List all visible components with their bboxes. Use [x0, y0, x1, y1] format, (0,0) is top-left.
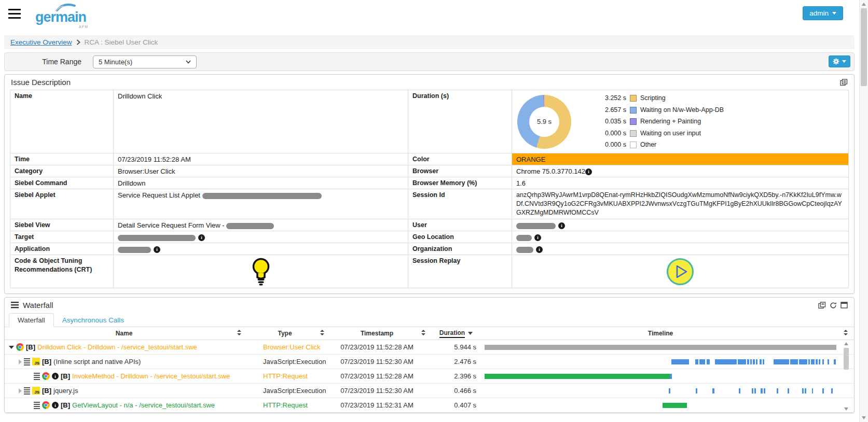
- issue-label-left: Application: [10, 243, 114, 255]
- legend-value: 0.000 s: [603, 129, 626, 138]
- waterfall-row[interactable]: i[B]GetViewLayout - n/a - /service_testo…: [5, 398, 854, 413]
- waterfall-row[interactable]: JS[B](Inline script and native APIs)Java…: [5, 355, 854, 369]
- lightbulb-recommendation-icon[interactable]: [252, 258, 270, 286]
- issue-label-right: Browser: [408, 165, 512, 177]
- column-header-timestamp[interactable]: Timestamp: [326, 330, 428, 337]
- admin-menu-button[interactable]: admin: [803, 6, 843, 20]
- info-icon[interactable]: i: [52, 373, 59, 379]
- waterfall-scrollbar[interactable]: [843, 341, 850, 412]
- issue-value-siebel-command: Drilldown: [114, 177, 408, 189]
- timeline-bar-segment: [834, 359, 835, 364]
- legend-swatch: [630, 142, 637, 148]
- issue-value-text: Service Request List Applet: [118, 191, 202, 199]
- waterfall-type-cell: Browser:User Click: [243, 343, 326, 351]
- issue-value-browser-memory-: 1.6: [512, 177, 849, 189]
- waterfall-name-cell: i[B]InvokeMethod - Drilldown - /service_…: [5, 372, 243, 380]
- timeline-bar-segment: [756, 359, 757, 364]
- issue-value-siebel-applet: Service Request List Applet: [114, 189, 408, 219]
- info-icon[interactable]: i: [154, 246, 160, 253]
- export-report-icon[interactable]: [840, 79, 848, 86]
- donut-center-label: 5.9 s: [529, 107, 559, 137]
- timeline-bar-segment: [816, 359, 818, 364]
- timeline-bar-segment: [695, 359, 698, 364]
- javascript-icon: JS: [32, 358, 40, 365]
- timeline-bar-segment: [739, 388, 740, 393]
- legend-item: 0.000 sWaiting on user input: [603, 128, 724, 139]
- waterfall-row[interactable]: JS[B]jquery.jsJavaScript:Execution07/23/…: [5, 384, 854, 398]
- timeline-bar-segment: [790, 359, 798, 364]
- issue-value-siebel-view: Detail Service Request Form View -: [114, 219, 408, 231]
- legend-swatch: [630, 118, 637, 125]
- issue-value-text: Detail Service Request Form View -: [118, 221, 226, 229]
- browser-badge: [B]: [61, 372, 70, 380]
- redacted-text: [118, 235, 196, 241]
- waterfall-timestamp-cell: 07/23/2019 11:52:31 AM: [326, 401, 428, 409]
- issue-label-right: Organization: [408, 243, 512, 255]
- info-icon[interactable]: i: [585, 168, 592, 175]
- timeline-bar-segment: [760, 359, 762, 364]
- timeline-bar-segment: [761, 388, 762, 393]
- tree-caret-collapsed-icon[interactable]: [19, 359, 22, 364]
- session-replay-play-icon[interactable]: [666, 258, 694, 286]
- germain-logo[interactable]: germain APM: [35, 4, 92, 28]
- issue-value-text: ORANGE: [516, 156, 545, 163]
- column-header-name[interactable]: Name: [5, 330, 243, 337]
- row-name-text[interactable]: jquery.js: [53, 387, 78, 395]
- sort-desc-icon: [468, 332, 473, 335]
- waterfall-row[interactable]: i[B]InvokeMethod - Drilldown - /service_…: [5, 369, 854, 384]
- time-range-select[interactable]: 5 Minute(s): [93, 55, 197, 68]
- issue-value-application: i: [114, 243, 408, 255]
- browser-badge: [B]: [42, 358, 51, 365]
- timeline-bar-segment: [738, 359, 746, 364]
- column-header-timeline[interactable]: Timeline: [485, 330, 836, 337]
- row-name-text[interactable]: GetViewLayout - n/a - /service_testoui/s…: [72, 401, 215, 409]
- timeline-bar-segment: [802, 388, 804, 393]
- issue-value-time: 07/23/2019 11:52:28 AM: [114, 153, 408, 165]
- waterfall-row[interactable]: [B]Drilldown Click - Drilldown - /servic…: [5, 340, 854, 355]
- info-icon[interactable]: i: [52, 402, 59, 409]
- column-header-type[interactable]: Type: [243, 330, 326, 337]
- issue-label-left: Siebel View: [10, 219, 114, 231]
- breadcrumb-link-executive-overview[interactable]: Executive Overview: [10, 38, 72, 46]
- issue-description-table: NameDrilldown ClickDuration (s)5.9 s3.25…: [10, 90, 849, 288]
- issue-value-text: Chrome 75.0.3770.142: [516, 167, 585, 175]
- page-scrollbar[interactable]: [859, 0, 868, 422]
- info-icon[interactable]: i: [198, 234, 205, 241]
- timeline-bar-segment: [670, 374, 672, 379]
- chrome-browser-icon: [42, 401, 50, 409]
- tree-caret-collapsed-icon[interactable]: [19, 388, 22, 393]
- info-icon[interactable]: i: [558, 222, 565, 229]
- issue-label-right: Session Replay: [408, 255, 512, 288]
- waterfall-name-cell: [B]Drilldown Click - Drilldown - /servic…: [5, 343, 243, 351]
- timeline-bar-segment: [663, 403, 687, 408]
- waterfall-tabs: WaterfallAsynchronous Calls: [5, 312, 854, 327]
- breadcrumb-chevron-icon: [76, 39, 80, 45]
- row-name-text[interactable]: InvokeMethod - Drilldown - /service_test…: [72, 372, 230, 380]
- export-report-icon[interactable]: [818, 302, 826, 309]
- issue-label-right: Session Id: [408, 189, 512, 219]
- settings-gear-button[interactable]: [829, 55, 850, 67]
- row-name-text[interactable]: Drilldown Click - Drilldown - /service_t…: [37, 343, 197, 351]
- maximize-window-icon[interactable]: [841, 302, 848, 308]
- tree-caret-expanded-icon[interactable]: [9, 346, 14, 349]
- issue-label-left: Code & Object Tuning Recommendations (CR…: [10, 255, 114, 288]
- tab-waterfall[interactable]: Waterfall: [9, 313, 54, 327]
- legend-swatch: [630, 130, 637, 137]
- scrollbar-thumb: [861, 8, 867, 86]
- scroll-down-icon: [862, 416, 866, 419]
- issue-label-right: User: [408, 219, 512, 231]
- waterfall-timeline-cell: [485, 398, 836, 412]
- column-header-duration[interactable]: Duration: [428, 329, 485, 338]
- info-icon[interactable]: i: [534, 234, 541, 241]
- hamburger-menu-icon[interactable]: [8, 9, 22, 20]
- tab-asynchronous-calls[interactable]: Asynchronous Calls: [54, 314, 132, 327]
- issue-label-right: Browser Memory (%): [408, 177, 512, 189]
- waterfall-table-header: Name Type Timestamp Duration Timeline: [5, 327, 854, 340]
- legend-value: 0.000 s: [603, 140, 626, 149]
- issue-label-left: Siebel Command: [10, 177, 114, 189]
- refresh-icon[interactable]: [830, 302, 837, 309]
- row-name-text[interactable]: (Inline script and native APIs): [53, 358, 141, 365]
- issue-label-left: Name: [10, 90, 114, 153]
- issue-value-text: Drilldown Click: [118, 92, 162, 100]
- info-icon[interactable]: i: [536, 246, 543, 253]
